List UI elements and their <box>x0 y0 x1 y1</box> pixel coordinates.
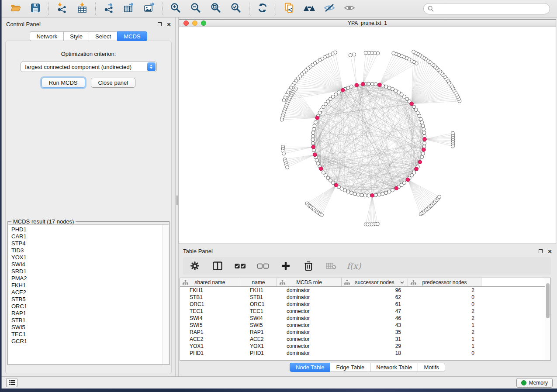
export-table-button[interactable] <box>121 1 137 16</box>
network-search-box[interactable] <box>423 3 550 14</box>
criterion-dropdown[interactable]: largest connected component (undirected) <box>21 62 157 72</box>
mcds-list-scrollbar[interactable] <box>163 225 169 364</box>
network-canvas[interactable] <box>179 27 556 244</box>
table-row[interactable]: ACE2ACE2connector311 <box>180 336 550 343</box>
select-all-button[interactable] <box>235 260 246 272</box>
save-session-button[interactable] <box>27 1 44 16</box>
delete-table-button[interactable] <box>325 260 337 272</box>
tab-network-table[interactable]: Network Table <box>370 363 418 372</box>
table-scrollbar[interactable] <box>545 278 550 360</box>
mcds-result-item[interactable]: TEC1 <box>11 331 163 338</box>
export-network-icon <box>103 2 114 15</box>
tab-select[interactable]: Select <box>89 31 117 41</box>
table-cell: 2 <box>408 329 481 336</box>
panel-splitter[interactable] <box>175 17 179 376</box>
close-panel-button[interactable]: Close panel <box>91 78 136 88</box>
mcds-result-item[interactable]: PMA2 <box>11 275 163 282</box>
column-header-shared-name[interactable]: shared name <box>180 278 240 286</box>
mcds-result-item[interactable]: SRD1 <box>11 268 163 275</box>
function-builder-button[interactable]: f(x) <box>348 260 360 272</box>
close-table-panel-icon[interactable]: × <box>548 249 552 253</box>
deselect-all-button[interactable] <box>257 260 269 272</box>
zoom-in-icon <box>170 2 181 15</box>
zoom-selected-button[interactable] <box>228 1 244 16</box>
network-graph[interactable] <box>179 27 556 244</box>
table-cell: 1 <box>408 336 481 343</box>
mcds-result-item[interactable]: SWI5 <box>11 324 163 331</box>
zoom-selected-icon <box>230 2 242 15</box>
export-image-button[interactable] <box>141 1 157 16</box>
tab-mcds[interactable]: MCDS <box>117 31 147 41</box>
import-table-button[interactable] <box>74 1 90 16</box>
column-header-name[interactable]: name <box>240 278 277 286</box>
new-network-from-selection-button[interactable] <box>281 1 298 16</box>
memory-button[interactable]: Memory <box>516 378 553 388</box>
table-cell: SWI4 <box>240 315 277 322</box>
tab-node-table[interactable]: Node Table <box>290 363 330 372</box>
zoom-in-button[interactable] <box>167 1 184 16</box>
mcds-result-item[interactable]: ORC1 <box>11 303 163 310</box>
table-row[interactable]: FKH1FKH1dominator962 <box>180 287 550 294</box>
fit-content-button[interactable] <box>208 1 224 16</box>
mcds-result-item[interactable]: PHD1 <box>11 226 163 233</box>
run-mcds-button[interactable]: Run MCDS <box>42 78 85 88</box>
zoom-out-button[interactable] <box>187 1 204 16</box>
search-input[interactable] <box>436 6 546 12</box>
open-file-button[interactable] <box>7 1 24 16</box>
add-column-button[interactable] <box>280 260 291 272</box>
show-all-button[interactable] <box>341 1 358 16</box>
mcds-result-item[interactable]: RAP1 <box>11 310 163 317</box>
refresh-icon <box>257 2 268 15</box>
table-row[interactable]: SWI4SWI4dominator462 <box>180 315 550 322</box>
float-table-panel-icon[interactable] <box>539 249 543 253</box>
splitter-handle-icon[interactable] <box>176 196 178 205</box>
network-view-window: YPA_prune.txt_1 <box>179 19 556 244</box>
task-history-button[interactable] <box>6 378 17 387</box>
node-table-header: shared name name MCDS role successor nod… <box>180 278 550 287</box>
table-scrollbar-thumb[interactable] <box>546 283 550 318</box>
mcds-result-item[interactable]: GCR1 <box>11 338 163 345</box>
mcds-result-item[interactable]: ACE2 <box>11 289 163 296</box>
table-row[interactable]: RAP1RAP1dominator352 <box>180 329 550 336</box>
columns-icon <box>213 261 222 270</box>
column-header-mcds-role[interactable]: MCDS role <box>277 278 342 286</box>
control-panel-title: Control Panel <box>6 21 41 28</box>
mcds-result-item[interactable]: SWI4 <box>11 261 163 268</box>
table-cell: 61 <box>342 301 408 308</box>
column-mode-button[interactable] <box>212 260 223 272</box>
network-window-titlebar[interactable]: YPA_prune.txt_1 <box>179 20 556 27</box>
table-row[interactable]: YOX1YOX1connector291 <box>180 343 550 350</box>
mcds-result-item[interactable]: STB5 <box>11 296 163 303</box>
mcds-result-item[interactable]: STB1 <box>11 317 163 324</box>
table-row[interactable]: STB1STB1dominator620 <box>180 294 550 301</box>
refresh-view-button[interactable] <box>254 1 271 16</box>
import-network-button[interactable] <box>54 1 70 16</box>
tab-motifs[interactable]: Motifs <box>418 363 445 372</box>
export-network-button[interactable] <box>100 1 117 16</box>
table-settings-button[interactable] <box>189 260 201 272</box>
tab-network[interactable]: Network <box>30 31 63 41</box>
float-panel-icon[interactable] <box>158 22 162 26</box>
table-row[interactable]: PHD1PHD1dominator180 <box>180 350 550 357</box>
trash-icon <box>304 261 313 271</box>
close-panel-icon[interactable]: × <box>167 22 171 26</box>
first-neighbors-button[interactable] <box>301 1 318 16</box>
hide-selected-button[interactable] <box>321 1 338 16</box>
column-header-predecessor-nodes[interactable]: predecessor nodes <box>408 278 481 286</box>
table-row[interactable]: SWI5SWI5connector431 <box>180 322 550 329</box>
mcds-result-title: MCDS result (17 nodes) <box>11 218 76 225</box>
table-cell: connector <box>277 336 342 343</box>
delete-column-button[interactable] <box>303 260 314 272</box>
mcds-result-item[interactable]: TID3 <box>11 247 163 254</box>
list-icon <box>9 380 15 385</box>
table-row[interactable]: TEC1TEC1connector472 <box>180 308 550 315</box>
tab-style[interactable]: Style <box>63 31 89 41</box>
tab-edge-table[interactable]: Edge Table <box>330 363 370 372</box>
table-panel: Table Panel × f(x) sha <box>179 244 556 376</box>
mcds-result-item[interactable]: STP4 <box>11 240 163 247</box>
mcds-result-item[interactable]: YOX1 <box>11 254 163 261</box>
column-header-successor-nodes[interactable]: successor nodes <box>342 278 408 286</box>
table-row[interactable]: ORC1ORC1dominator610 <box>180 301 550 308</box>
mcds-result-item[interactable]: CAR1 <box>11 233 163 240</box>
mcds-result-item[interactable]: FKH1 <box>11 282 163 289</box>
